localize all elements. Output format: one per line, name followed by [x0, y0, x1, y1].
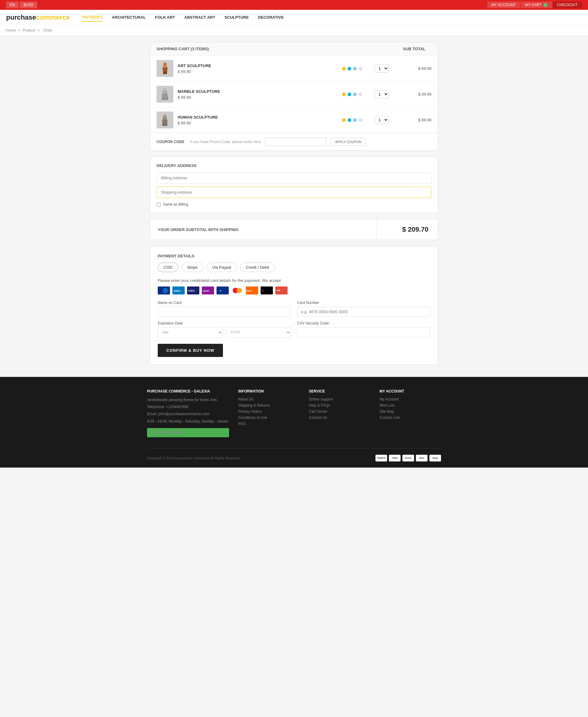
footer-link[interactable]: Call Center — [309, 409, 370, 414]
payment-section: PAYMENT DETAILS CODStripeVia PaypalCredi… — [150, 246, 438, 365]
footer-link[interactable]: Conditions of Use — [238, 415, 300, 420]
cart-item-image — [156, 86, 173, 103]
payment-icon-discover: DISC — [246, 286, 258, 294]
footer-link[interactable]: Contact Us — [309, 415, 370, 420]
nav-item-antiques[interactable]: ANTIQUES — [82, 13, 103, 22]
cart-item-info: MARBLE SCULPTURE $ 69.90 — [177, 89, 330, 100]
footer-link[interactable]: Shipping & Returns — [238, 403, 300, 408]
name-on-card-input[interactable] — [158, 307, 291, 317]
footer-link[interactable]: Site Map — [379, 409, 441, 414]
cvv-label: CVV Security Code: — [297, 321, 430, 325]
shipping-address-input[interactable] — [156, 187, 432, 198]
cart-item-qty: 123 — [375, 116, 388, 124]
svg-text:VISA: VISA — [188, 289, 195, 292]
cart-item: ART SCULPTURE $ 69.90 123 $ 69.90 — [150, 56, 438, 82]
header: purchase commerce ANTIQUESARCHITECTURALF… — [0, 10, 588, 25]
payment-tabs: CODStripeVia PaypalCredit / Debit — [158, 263, 430, 272]
footer-service: SERVICE Online supportHelp & FAQsCall Ce… — [309, 389, 370, 439]
nav-item-architectural[interactable]: ARCHITECTURAL — [112, 13, 146, 21]
same-billing-label: Same as Billing — [163, 202, 188, 206]
same-billing-checkbox[interactable] — [156, 203, 161, 206]
breadcrumb-product[interactable]: Product — [23, 28, 35, 33]
checkout-link[interactable]: CHECKOUT — [553, 2, 582, 8]
cart-item-subtotal: $ 69.90 — [407, 118, 432, 122]
svg-text:P: P — [220, 290, 222, 292]
my-account-link[interactable]: MY ACCOUNT — [487, 2, 520, 8]
payment-form: Name on Card Card Number Expiration Date… — [158, 301, 430, 338]
my-cart-link[interactable]: MY CART 3 — [521, 2, 552, 8]
logo[interactable]: purchase commerce — [6, 14, 70, 21]
footer-link[interactable]: My Account — [379, 397, 441, 402]
payment-tab-via-paypal[interactable]: Via Paypal — [206, 263, 237, 272]
confirm-buy-button[interactable]: CONFIRM & BUY NOW — [158, 344, 223, 357]
svg-text:♥♦: ♥♦ — [277, 289, 280, 292]
footer-my-account: MY ACCOUNT My AccountWish ListSite MapCu… — [379, 389, 441, 439]
qty-select[interactable]: 123 — [375, 64, 388, 73]
svg-text:Skrill: Skrill — [203, 290, 209, 292]
coupon-label: COUPON CODE — [156, 140, 184, 144]
nav-item-sculpture[interactable]: SCULPTURE — [225, 13, 249, 21]
footer-link[interactable]: Wish List — [379, 403, 441, 408]
svg-point-7 — [163, 88, 166, 91]
expiration-year-select[interactable]: YYYY — [226, 327, 291, 338]
coupon-input[interactable] — [265, 138, 326, 146]
color-dot — [359, 93, 362, 96]
name-on-card-group: Name on Card — [158, 301, 291, 317]
footer-link[interactable]: RSS — [238, 422, 300, 426]
delivery-title: DELIVERY ADDRESS — [156, 163, 432, 168]
lang-button[interactable]: EN — [6, 2, 19, 8]
payment-icons: AMEX VISA Skrill P DISC  ♥♦ — [158, 286, 430, 294]
cart-item-price: $ 69.90 — [177, 95, 330, 100]
payment-tab-cod[interactable]: COD — [158, 263, 178, 272]
footer-link[interactable]: Help & FAQs — [309, 403, 370, 408]
footer-information: INFORMATION About UsShipping & ReturnsPr… — [238, 389, 300, 439]
color-dot — [353, 67, 357, 70]
payment-icon-mastercard — [231, 286, 244, 294]
footer-payment-icons: PayPalVISAAmexDiscebay — [376, 455, 441, 462]
footer-link[interactable]: Online support — [309, 397, 370, 402]
footer-link[interactable]: About Us — [238, 397, 300, 402]
svg-point-13 — [163, 288, 168, 293]
expiration-date-group: Expiration Date mm YYYY — [158, 321, 291, 338]
nav-item-folk-art[interactable]: FOLK ART — [155, 13, 175, 21]
breadcrumb-current: Order — [43, 28, 53, 33]
payment-info-text: Please enter your credit/debit card deta… — [158, 278, 430, 283]
expiration-month-select[interactable]: mm — [158, 327, 223, 338]
delivery-section: DELIVERY ADDRESS Same as Billing — [150, 157, 438, 213]
nav-item-decorative[interactable]: DECORATIVE — [258, 13, 284, 21]
coupon-hint: If you have Promo Code, please enter her… — [190, 140, 260, 144]
color-dot — [342, 67, 346, 70]
footer-link[interactable]: Custom Link — [379, 415, 441, 420]
cvv-input[interactable] — [297, 327, 430, 337]
payment-icon-visa: VISA — [187, 286, 200, 294]
payment-tab-stripe[interactable]: Stripe — [181, 263, 203, 272]
qty-select[interactable]: 123 — [375, 116, 388, 124]
cart-item: HUMAN SCULPTURE $ 69.90 123 $ 69.90 — [150, 107, 438, 133]
footer-account-title: MY ACCOUNT — [379, 389, 441, 393]
qty-select[interactable]: 123 — [375, 90, 388, 98]
cart-item-image — [156, 60, 173, 77]
footer-company-tagline: Aesthetically pleasing theme for Iconic … — [147, 397, 229, 403]
card-number-input[interactable] — [297, 307, 430, 317]
cart-item-info: HUMAN SCULPTURE $ 69.90 — [177, 115, 330, 125]
svg-text::  — [262, 288, 264, 293]
footer-information-title: INFORMATION — [238, 389, 300, 393]
cart-items-container: ART SCULPTURE $ 69.90 123 $ 69.90 MARBLE… — [150, 56, 438, 133]
footer: PURCHASE COMMERCE - GALEXIA Aestheticall… — [0, 377, 588, 468]
footer-company-name: PURCHASE COMMERCE - GALEXIA — [147, 389, 229, 393]
billing-address-input[interactable] — [156, 172, 432, 184]
footer-link[interactable]: Privacy Notice — [238, 409, 300, 414]
buy-theme-button[interactable]: BUY THIS THEME — [147, 428, 229, 437]
svg-text:AMEX: AMEX — [174, 290, 181, 292]
breadcrumb-home[interactable]: Home — [6, 28, 16, 33]
currency-button[interactable]: $USD — [20, 2, 37, 8]
top-bar-right: MY ACCOUNT MY CART 3 CHECKOUT — [487, 2, 582, 8]
footer-copyright: Copyright © 2019 by purchase commerce Al… — [147, 456, 240, 460]
color-dot — [348, 118, 351, 122]
coupon-section: COUPON CODE If you have Promo Code, plea… — [150, 133, 438, 150]
payment-tab-credit-/-debit[interactable]: Credit / Debit — [240, 263, 275, 272]
nav-item-abstract-art[interactable]: ABSTRACT ART — [184, 13, 215, 21]
cart-badge: 3 — [543, 3, 548, 7]
apply-coupon-button[interactable]: APPLY COUPON — [331, 138, 366, 146]
cart-item-price: $ 69.90 — [177, 121, 330, 125]
